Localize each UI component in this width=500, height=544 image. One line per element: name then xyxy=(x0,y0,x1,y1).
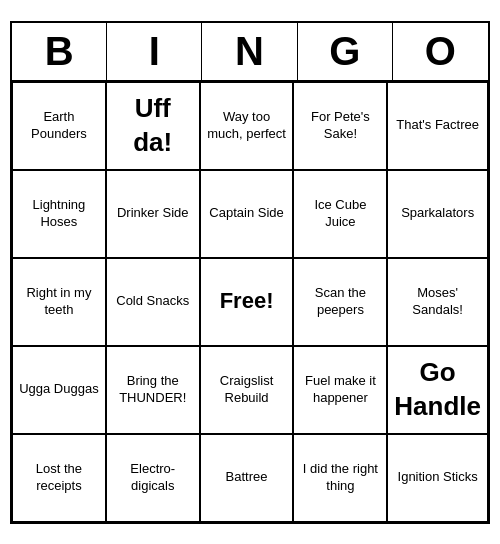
bingo-cell-10: Right in my teeth xyxy=(12,258,106,346)
bingo-cell-15: Ugga Duggas xyxy=(12,346,106,434)
bingo-cell-13: Scan the peepers xyxy=(293,258,387,346)
bingo-cell-24: Ignition Sticks xyxy=(387,434,488,522)
bingo-cell-9: Sparkalators xyxy=(387,170,488,258)
bingo-cell-21: Electro-digicals xyxy=(106,434,200,522)
bingo-letter-n: N xyxy=(202,23,297,80)
bingo-cell-19: Go Handle xyxy=(387,346,488,434)
bingo-cell-5: Lightning Hoses xyxy=(12,170,106,258)
bingo-cell-1: Uff da! xyxy=(106,82,200,170)
bingo-cell-2: Way too much, perfect xyxy=(200,82,294,170)
bingo-cell-3: For Pete's Sake! xyxy=(293,82,387,170)
bingo-cell-18: Fuel make it happener xyxy=(293,346,387,434)
bingo-cell-14: Moses' Sandals! xyxy=(387,258,488,346)
bingo-cell-7: Captain Side xyxy=(200,170,294,258)
bingo-letter-g: G xyxy=(298,23,393,80)
bingo-letter-i: I xyxy=(107,23,202,80)
bingo-letter-b: B xyxy=(12,23,107,80)
bingo-cell-20: Lost the receipts xyxy=(12,434,106,522)
bingo-cell-8: Ice Cube Juice xyxy=(293,170,387,258)
bingo-cell-16: Bring the THUNDER! xyxy=(106,346,200,434)
bingo-letter-o: O xyxy=(393,23,488,80)
bingo-grid: Earth PoundersUff da!Way too much, perfe… xyxy=(12,82,488,522)
bingo-cell-17: Craigslist Rebuild xyxy=(200,346,294,434)
bingo-card: BINGO Earth PoundersUff da!Way too much,… xyxy=(10,21,490,524)
bingo-cell-11: Cold Snacks xyxy=(106,258,200,346)
bingo-cell-0: Earth Pounders xyxy=(12,82,106,170)
bingo-cell-6: Drinker Side xyxy=(106,170,200,258)
bingo-cell-4: That's Factree xyxy=(387,82,488,170)
bingo-cell-22: Battree xyxy=(200,434,294,522)
bingo-cell-23: I did the right thing xyxy=(293,434,387,522)
bingo-cell-12: Free! xyxy=(200,258,294,346)
bingo-header: BINGO xyxy=(12,23,488,82)
